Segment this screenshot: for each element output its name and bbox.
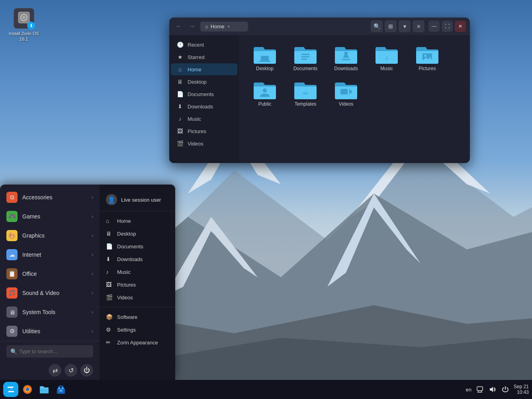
firefox-icon	[22, 384, 33, 395]
switch-user-button[interactable]: ⇄	[49, 364, 61, 377]
fm-forward-button[interactable]: →	[187, 21, 198, 32]
folder-public[interactable]: Public	[247, 77, 283, 109]
graphics-label: Graphics	[22, 232, 45, 239]
right-videos-item[interactable]: 🎬 Videos	[100, 291, 175, 304]
folder-documents[interactable]: Documents	[288, 41, 323, 74]
app-menu-item-internet[interactable]: ☁ Internet ›	[0, 245, 100, 264]
power-button[interactable]: ⏻	[80, 364, 93, 377]
app-menu-item-system-tools[interactable]: 🖥 System Tools ›	[0, 303, 100, 322]
app-menu-bottom: 🔍 ⇄ ↺ ⏻	[0, 341, 100, 380]
games-label: Games	[22, 213, 40, 220]
fm-videos-label: Videos	[188, 141, 203, 147]
install-icon-label: Install Zorin OS 16.1	[8, 31, 40, 42]
fm-location-bar[interactable]: ⌂ Home ▾	[200, 22, 248, 31]
right-music-item[interactable]: ♪ Music	[100, 265, 175, 278]
right-pictures-label: Pictures	[117, 282, 136, 288]
folder-documents-label: Documents	[293, 66, 318, 71]
right-pictures-icon: 🖼	[106, 281, 112, 288]
fm-back-button[interactable]: ←	[173, 21, 184, 32]
fm-sidebar-recent[interactable]: 🕐 Recent	[171, 39, 237, 51]
right-downloads-item[interactable]: ⬇ Downloads	[100, 253, 175, 265]
fm-sidebar-documents[interactable]: 📄 Documents	[171, 88, 237, 100]
fm-search-button[interactable]: 🔍	[371, 20, 383, 32]
app-menu-item-accessories[interactable]: ⧉ Accessories ›	[0, 188, 100, 207]
taskbar-power-icon[interactable]	[501, 385, 510, 394]
fm-toolbar-right: 🔍 ⊞ ▾ ≡ — ⛶ ✕	[371, 20, 466, 32]
svg-rect-35	[477, 387, 483, 391]
app-menu-item-utilities[interactable]: ⚙ Utilities ›	[0, 322, 100, 341]
fm-sidebar-downloads[interactable]: ⬇ Downloads	[171, 100, 237, 112]
accessories-arrow: ›	[92, 195, 93, 200]
fm-sidebar-starred[interactable]: ★ Starred	[171, 51, 237, 63]
svg-point-33	[58, 387, 61, 389]
app-menu-item-office[interactable]: 📋 Office ›	[0, 264, 100, 283]
folder-templates[interactable]: ✏ Templates	[288, 77, 323, 109]
refresh-button[interactable]: ↺	[65, 364, 77, 377]
fm-view-button[interactable]: ⊞	[385, 20, 397, 32]
app-menu-item-games[interactable]: 🎮 Games ›	[0, 207, 100, 226]
fm-sidebar-home[interactable]: ⌂ Home	[171, 63, 237, 75]
svg-rect-18	[342, 59, 350, 60]
app-menu-item-graphics[interactable]: 🎨 Graphics ›	[0, 226, 100, 245]
office-label: Office	[22, 271, 37, 277]
fm-sidebar-desktop[interactable]: 🖥 Desktop	[171, 76, 237, 88]
right-desktop-item[interactable]: 🖥 Desktop	[100, 227, 175, 240]
folder-downloads-label: Downloads	[334, 66, 358, 71]
recent-icon: 🕐	[176, 41, 184, 48]
right-home-item[interactable]: ⌂ Home	[100, 214, 175, 227]
file-manager-window: ← → ⌂ Home ▾ 🔍 ⊞ ▾ ≡ — ⛶ ✕ 🕐 Recent	[169, 18, 470, 163]
pictures-sidebar-icon: 🖼	[176, 128, 184, 134]
system-tools-arrow: ›	[92, 309, 93, 315]
taskbar-volume-icon[interactable]	[488, 385, 497, 394]
app-menu-user: 👤 Live session user	[100, 191, 175, 211]
taskbar-store-button[interactable]	[53, 382, 68, 397]
fm-downloads-label: Downloads	[188, 104, 213, 110]
fm-desktop-label: Desktop	[188, 79, 207, 85]
fm-folder-grid: Desktop Documents	[247, 41, 462, 109]
right-software-item[interactable]: 📦 Software	[100, 311, 175, 323]
desktop-install-icon[interactable]: ⬇ Install Zorin OS 16.1	[8, 8, 40, 42]
app-menu-item-sound-video[interactable]: 🎵 Sound & Video ›	[0, 283, 100, 303]
folder-pictures[interactable]: Pictures	[409, 41, 445, 74]
volume-icon	[489, 386, 496, 393]
taskbar-files-button[interactable]	[37, 382, 52, 397]
office-icon: 📋	[6, 268, 18, 279]
accessories-icon: ⧉	[6, 192, 18, 203]
right-pictures-item[interactable]: 🖼 Pictures	[100, 278, 175, 291]
taskbar-zorin-button[interactable]	[3, 382, 18, 397]
svg-text:♪: ♪	[385, 54, 389, 62]
folder-music[interactable]: ♪ Music	[369, 41, 405, 74]
fm-menu-button[interactable]: ≡	[413, 20, 424, 32]
fm-maximize-button[interactable]: ⛶	[442, 21, 453, 32]
sound-video-label: Sound & Video	[22, 290, 59, 296]
music-sidebar-icon: ♪	[176, 116, 184, 122]
app-menu-right-panel: 👤 Live session user ⌂ Home 🖥 Desktop 📄 D…	[100, 185, 175, 380]
right-settings-label: Settings	[117, 327, 136, 333]
fm-home-icon: ⌂	[205, 24, 208, 29]
folder-downloads[interactable]: Downloads	[328, 41, 364, 74]
taskbar-system-tray: en Sep 21 10:43	[465, 384, 529, 395]
fm-close-button[interactable]: ✕	[455, 21, 466, 32]
right-settings-item[interactable]: ⚙ Settings	[100, 323, 175, 336]
folder-desktop[interactable]: Desktop	[247, 41, 283, 74]
right-documents-label: Documents	[117, 244, 143, 250]
folder-videos[interactable]: Videos	[328, 77, 364, 109]
app-search-input[interactable]	[6, 345, 93, 358]
videos-sidebar-icon: 🎬	[176, 140, 184, 147]
right-downloads-icon: ⬇	[106, 256, 112, 262]
right-documents-item[interactable]: 📄 Documents	[100, 240, 175, 253]
taskbar-firefox-button[interactable]	[20, 382, 35, 397]
folder-pictures-label: Pictures	[419, 66, 436, 71]
fm-sidebar-music[interactable]: ♪ Music	[171, 113, 237, 125]
fm-view-options-button[interactable]: ▾	[399, 20, 411, 32]
fm-sidebar-videos[interactable]: 🎬 Videos	[171, 138, 237, 149]
taskbar-notifications-icon[interactable]	[475, 385, 484, 394]
fm-window-controls: — ⛶ ✕	[428, 21, 466, 32]
fm-pictures-label: Pictures	[188, 128, 206, 134]
downloads-sidebar-icon: ⬇	[176, 103, 184, 110]
right-zorin-appearance-item[interactable]: ✏ Zorin Appearance	[100, 336, 175, 349]
internet-arrow: ›	[92, 252, 93, 257]
fm-content: Desktop Documents	[239, 35, 470, 163]
fm-minimize-button[interactable]: —	[428, 21, 440, 32]
fm-sidebar-pictures[interactable]: 🖼 Pictures	[171, 125, 237, 137]
